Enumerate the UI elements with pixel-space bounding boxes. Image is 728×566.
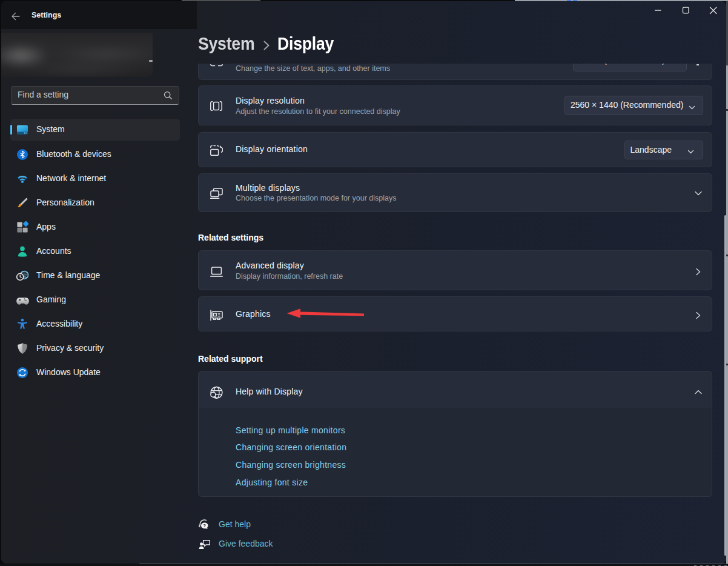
svg-text:?: ? xyxy=(203,523,206,528)
